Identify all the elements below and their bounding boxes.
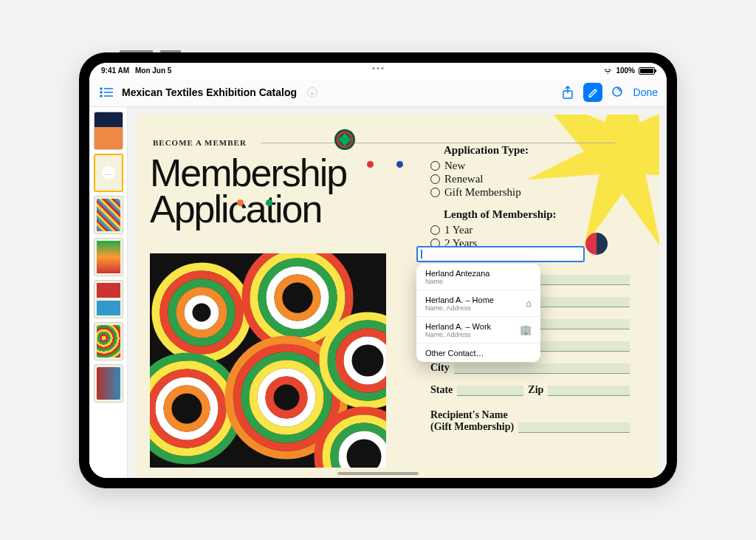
field-state-zip[interactable]: State Zip [430,384,630,396]
radio-1year[interactable]: 1 Year [430,224,630,236]
building-icon: 🏢 [520,324,532,335]
rule-line-2 [357,143,615,143]
name-text-field[interactable] [416,246,585,262]
thumb-1[interactable] [94,112,123,150]
content: … BECOME A MEMBER Membe [89,107,667,478]
become-member-label: BECOME A MEMBER [153,138,247,147]
document-title[interactable]: Mexican Textiles Exhibition Catalog [122,86,297,98]
svg-point-2 [100,92,102,93]
pdf-page: BECOME A MEMBER Membership Application [135,115,659,478]
thumb-4[interactable] [94,238,123,276]
battery-icon [639,67,655,75]
search-icon[interactable] [610,84,626,100]
battery-pct: 100% [616,66,635,75]
thumb-5[interactable] [94,280,123,318]
status-date: Mon Jun 5 [135,66,171,75]
autofill-popup: Herland AntezanaName Herland A. – HomeNa… [416,264,540,362]
swirl-svg [150,253,386,468]
autofill-other[interactable]: Other Contact… [416,343,540,362]
page-thumbnails[interactable]: … [89,107,128,478]
radio-icon [430,161,440,171]
radio-new[interactable]: New [430,160,630,172]
page-canvas[interactable]: BECOME A MEMBER Membership Application [128,107,667,478]
radio-gift[interactable]: Gift Membership [430,186,630,199]
autofill-item-1[interactable]: Herland AntezanaName [416,264,540,290]
page-title: Membership Application [150,155,346,228]
thumb-2[interactable]: … [94,154,123,192]
autofill-item-2[interactable]: Herland A. – HomeName, Address ⌂ [416,290,540,316]
sidebar-toggle-icon[interactable] [98,84,114,100]
thumb-3[interactable] [94,196,123,234]
field-recipient[interactable]: Recipient's Name (Gift Membership) [430,409,630,433]
autofill-item-3[interactable]: Herland A. – WorkName, Address 🏢 [416,316,540,343]
radio-icon [430,188,440,197]
radio-icon [430,174,440,184]
artwork [150,253,386,468]
doc-menu-chevron-icon[interactable]: ⌄ [307,87,317,98]
thumb-6[interactable] [94,322,123,360]
wifi-icon [603,67,612,74]
radio-renewal[interactable]: Renewal [430,173,630,185]
title-line-2: Application [150,188,321,230]
hw-power [160,50,181,52]
done-button[interactable]: Done [633,86,658,98]
svg-point-0 [100,88,102,89]
markup-button[interactable] [583,83,602,102]
thumb-7[interactable] [94,364,123,403]
status-bar: 9:41 AM Mon Jun 5 100% [89,63,667,79]
app-type-head: Application Type: [444,144,630,157]
screen: 9:41 AM Mon Jun 5 100% Mexican Textiles … [89,63,667,478]
home-indicator[interactable] [337,472,419,475]
field-city[interactable]: City [430,362,630,374]
radio-icon [430,225,440,235]
multitask-dots[interactable] [373,67,384,69]
ipad-frame: 9:41 AM Mon Jun 5 100% Mexican Textiles … [79,52,677,488]
svg-point-4 [100,95,102,97]
toolbar: Mexican Textiles Exhibition Catalog ⌄ Do… [89,79,667,107]
length-head: Length of Membership: [444,208,630,221]
home-icon: ⌂ [526,298,532,309]
status-time: 9:41 AM [101,66,129,75]
text-cursor [421,250,422,259]
hw-volume [120,50,153,52]
share-icon[interactable] [560,84,576,100]
